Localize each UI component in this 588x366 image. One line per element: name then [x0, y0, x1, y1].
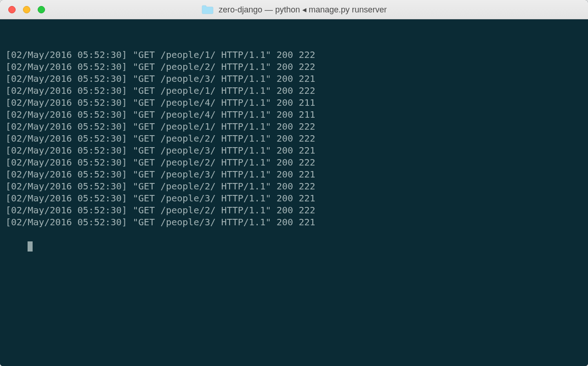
cursor-icon	[28, 241, 33, 252]
titlebar[interactable]: zero-django — python ◂ manage.py runserv…	[0, 0, 588, 19]
terminal-output[interactable]: [02/May/2016 05:52:30] "GET /people/1/ H…	[0, 19, 588, 366]
log-line: [02/May/2016 05:52:30] "GET /people/4/ H…	[6, 97, 582, 109]
log-line: [02/May/2016 05:52:30] "GET /people/2/ H…	[6, 204, 582, 216]
log-line: [02/May/2016 05:52:30] "GET /people/1/ H…	[6, 49, 582, 61]
log-line: [02/May/2016 05:52:30] "GET /people/2/ H…	[6, 132, 582, 144]
log-line: [02/May/2016 05:52:30] "GET /people/1/ H…	[6, 85, 582, 97]
log-lines: [02/May/2016 05:52:30] "GET /people/1/ H…	[6, 49, 582, 228]
log-line: [02/May/2016 05:52:30] "GET /people/4/ H…	[6, 109, 582, 120]
log-line: [02/May/2016 05:52:30] "GET /people/3/ H…	[6, 216, 582, 228]
log-line: [02/May/2016 05:52:30] "GET /people/3/ H…	[6, 192, 582, 204]
log-line: [02/May/2016 05:52:30] "GET /people/2/ H…	[6, 180, 582, 192]
folder-icon	[201, 5, 214, 15]
close-icon[interactable]	[8, 6, 16, 13]
traffic-lights	[0, 6, 45, 13]
log-line: [02/May/2016 05:52:30] "GET /people/3/ H…	[6, 144, 582, 156]
log-line: [02/May/2016 05:52:30] "GET /people/3/ H…	[6, 73, 582, 85]
log-line: [02/May/2016 05:52:30] "GET /people/3/ H…	[6, 168, 582, 180]
minimize-icon[interactable]	[23, 6, 30, 13]
title-text: zero-django — python ◂ manage.py runserv…	[219, 5, 387, 15]
log-line: [02/May/2016 05:52:30] "GET /people/1/ H…	[6, 120, 582, 132]
window-title: zero-django — python ◂ manage.py runserv…	[201, 5, 387, 15]
log-line: [02/May/2016 05:52:30] "GET /people/2/ H…	[6, 61, 582, 73]
terminal-window: zero-django — python ◂ manage.py runserv…	[0, 0, 588, 366]
log-line: [02/May/2016 05:52:30] "GET /people/2/ H…	[6, 156, 582, 168]
maximize-icon[interactable]	[38, 6, 45, 13]
